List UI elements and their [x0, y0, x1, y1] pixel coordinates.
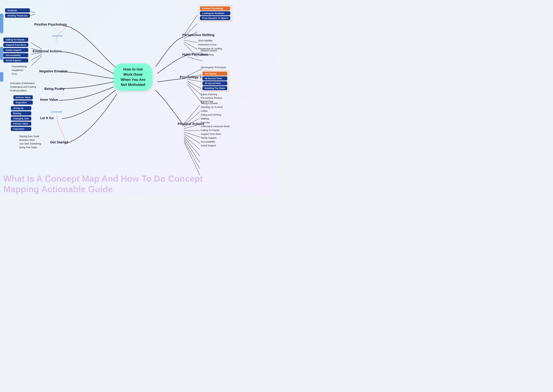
short-middles-label: Short Middles — [198, 39, 222, 42]
walking-label: Walking — [201, 117, 230, 120]
perspective-shifting-extras: Short Middles Prevention Focus Perspecti… — [198, 39, 222, 50]
being-pushy-label: Being Pushy — [44, 87, 65, 91]
center-node: How to Get Work Done When You Are Not Mo… — [114, 63, 152, 91]
starting-small-label: Starting from Small — [19, 135, 41, 138]
negative-emotion-children: Overwhelming Impatience Envy — [12, 65, 27, 75]
detailing-steps-pill: Detailing The Steps — [202, 86, 227, 90]
svg-line-25 — [187, 84, 202, 104]
svg-line-22 — [187, 79, 202, 82]
let-it-go-label: Let It Go — [40, 116, 54, 120]
svg-line-15 — [184, 40, 197, 43]
habit-formation-children: Reward System Goal Setting — [201, 49, 217, 56]
perspective-shifting-label: Perspective Shifting — [182, 33, 215, 37]
changing-jobs-pill: Changing Jobs — [11, 116, 31, 121]
svg-line-23 — [187, 81, 202, 89]
overvalue-label: Overvalue of Motivation — [10, 82, 36, 84]
taking-shower-label: Taking A Shower — [201, 102, 230, 105]
svg-line-37 — [184, 142, 200, 175]
connected-label-2: connected — [51, 110, 62, 113]
goal-setting-label: Goal Setting — [201, 53, 217, 56]
let-it-go-children: Giving Up Resting Changing Jobs Intrinsi… — [11, 106, 31, 131]
brainless-work-label: Brainless Work — [19, 139, 41, 141]
svg-rect-1 — [0, 47, 3, 60]
svg-line-16 — [184, 42, 197, 49]
from-shoulds-pill: From Should's To Want's — [200, 16, 230, 20]
svg-line-12 — [184, 15, 197, 35]
physical-actions-label: Physical Actions — [178, 122, 204, 126]
svg-line-9 — [31, 56, 42, 66]
giving-up-pill: Giving Up — [11, 106, 31, 110]
family-support-2-label: Family Support — [201, 137, 230, 139]
svg-rect-0 — [0, 13, 3, 33]
support-from-boss-pill: Support From Boss — [3, 43, 28, 47]
hermingway-label: Hermingway Techniques — [201, 66, 229, 69]
if-then-label: If-then Planning — [201, 93, 229, 96]
challenging-label: Challenging and Pushing — [10, 85, 36, 88]
calling-friends-pill: Calling To Friends — [3, 38, 28, 42]
exercise-label: Exercise — [201, 121, 230, 124]
svg-line-31 — [184, 132, 200, 137]
physical-actions-children: Taking A Shower Standing Up To Work Coff… — [201, 102, 230, 147]
being-pushy-children: Overvalue of Motivation Challenging and … — [10, 82, 36, 92]
prevention-focus-label: Prevention Focus — [198, 43, 222, 46]
inner-value-children: Intrinsic Value Inspiration — [13, 95, 33, 105]
psychology-techniques-children: Hermingway Techniques Get Started 30-Sec… — [201, 66, 229, 103]
coffee-label: Coffee — [201, 110, 230, 112]
calling-friends-2-label: Calling To Friends — [201, 129, 230, 132]
just-start-label: Just Start Something — [19, 142, 41, 145]
svg-line-5 — [31, 43, 42, 49]
svg-line-36 — [184, 140, 200, 169]
30-second-pill: 30-Second Timer — [202, 76, 227, 81]
connected-label-1: connected — [52, 34, 63, 37]
get-started-children: Starting from Small Brainless Work Just … — [19, 135, 41, 149]
svg-line-20 — [187, 69, 202, 76]
envy-label: Envy — [12, 72, 27, 75]
svg-line-33 — [184, 135, 200, 150]
accountability-2-label: Accountability — [201, 140, 230, 143]
positive-psychology-label: Positive Psychology — [34, 22, 67, 26]
left-decoration — [0, 0, 5, 196]
get-started-header: Get Started — [202, 71, 227, 76]
support-boss-2-label: Support From Boss — [201, 133, 230, 135]
family-support-pill: Family Support — [3, 48, 28, 52]
pre-workout-label: Pre-workout Routine — [201, 97, 229, 99]
emotional-actions-label: Emotional Actions — [33, 49, 62, 53]
negative-emotion-label: Negative Emotion — [39, 69, 68, 73]
get-started-label: Get Started — [50, 140, 68, 144]
svg-line-32 — [184, 134, 200, 143]
standing-up-label: Standing Up To Work — [201, 106, 230, 108]
watermark: What Is A Concept Map And How To Do Conc… — [0, 174, 276, 194]
inspiration-pill: Inspiration — [13, 100, 33, 105]
20-second-pill: 20-second Rule — [202, 81, 227, 85]
eating-drinking-label: Eating and Drinking — [201, 113, 230, 116]
inner-value-label: Inner Value — [40, 98, 58, 102]
social-support-2-label: Social Support — [201, 144, 230, 147]
positive-psychology-children: Gratitude Sending Thank-you — [5, 8, 30, 18]
overwhelming-label: Overwhelming — [12, 65, 27, 68]
listening-music-label: Listening to Favourite Music — [201, 125, 230, 128]
perspective-shifting-dashed-box: Positive Psychology Looking for Positive… — [198, 5, 232, 21]
emotional-actions-children: Calling To Friends Support From Boss Fam… — [3, 38, 28, 63]
svg-line-35 — [184, 139, 200, 162]
accountability-pill: Accountability — [3, 53, 28, 57]
svg-rect-2 — [0, 72, 3, 82]
mind-map: Delegation Gratitude Sending Thank-you P… — [0, 0, 276, 196]
doing-few-label: Doing Few Tasks — [19, 146, 41, 149]
svg-line-24 — [187, 83, 202, 96]
intrinsic-value-2-pill: Intrinsic Value — [11, 122, 31, 126]
impatience-label: Impatience — [12, 69, 27, 71]
resting-pill: Resting — [11, 111, 31, 115]
positive-psychology-header: Positive Psychology — [200, 6, 230, 11]
svg-line-34 — [184, 137, 200, 156]
intrinsic-value-pill: Intrinsic Value — [13, 95, 33, 99]
svg-line-8 — [31, 54, 42, 60]
svg-line-19 — [187, 57, 202, 61]
gratitude-pill: Gratitude — [5, 8, 30, 13]
looking-positives-pill: Looking for Positives — [200, 11, 230, 15]
professionalism-label: Professionalism — [10, 89, 36, 92]
inspiration-2-pill: Inspiration — [11, 127, 31, 131]
reward-system-label: Reward System — [201, 49, 217, 52]
svg-line-30 — [184, 130, 200, 131]
svg-line-26 — [184, 105, 200, 124]
sending-thankyou-pill: Sending Thank-you — [5, 14, 30, 18]
